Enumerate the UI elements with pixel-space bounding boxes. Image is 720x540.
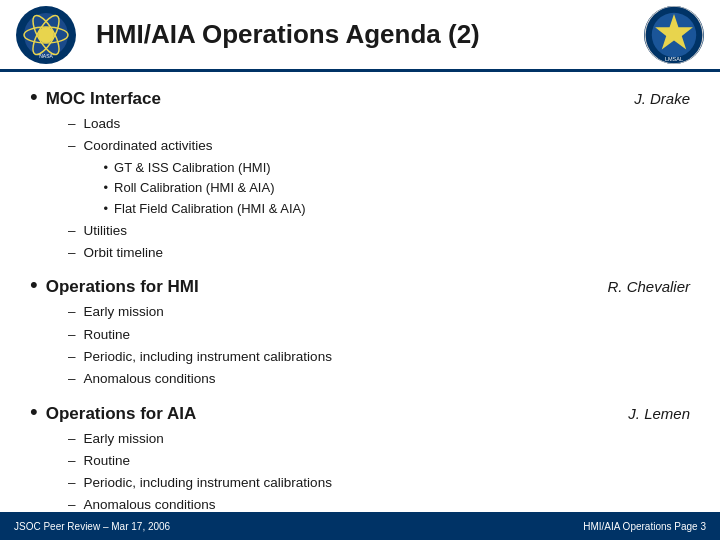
list-item: Coordinated activities GT & ISS Calibrat… (68, 135, 690, 220)
header: NASA HMI/AIA Operations Agenda (2) LMSAL (0, 0, 720, 72)
hmi-list: Early mission Routine Periodic, includin… (68, 301, 690, 390)
main-content: • MOC Interface J. Drake Loads Coordinat… (0, 72, 720, 522)
section-hmi-title: Operations for HMI (46, 277, 199, 297)
section-moc-header: • MOC Interface J. Drake (30, 86, 690, 109)
section-aia-person: J. Lemen (628, 405, 690, 422)
bullet-hmi: • (30, 274, 38, 296)
section-hmi-header: • Operations for HMI R. Chevalier (30, 274, 690, 297)
list-item: Periodic, including instrument calibrati… (68, 472, 690, 494)
logo-right: LMSAL (644, 6, 704, 64)
list-item: Anomalous conditions (68, 368, 690, 390)
bullet-moc: • (30, 86, 38, 108)
section-hmi-person: R. Chevalier (607, 278, 690, 295)
footer-right-text: HMI/AIA Operations Page 3 (583, 521, 706, 532)
section-moc: • MOC Interface J. Drake Loads Coordinat… (30, 86, 690, 264)
footer-left-text: JSOC Peer Review – Mar 17, 2006 (14, 521, 170, 532)
section-moc-title: MOC Interface (46, 89, 161, 109)
moc-list: Loads Coordinated activities GT & ISS Ca… (68, 113, 690, 264)
list-item: Routine (68, 324, 690, 346)
list-item: Flat Field Calibration (HMI & AIA) (104, 199, 306, 220)
list-item: Early mission (68, 301, 690, 323)
footer: JSOC Peer Review – Mar 17, 2006 HMI/AIA … (0, 512, 720, 540)
coordinated-subitems: GT & ISS Calibration (HMI) Roll Calibrat… (104, 158, 306, 220)
logo-left: NASA (16, 6, 76, 64)
section-aia: • Operations for AIA J. Lemen Early miss… (30, 401, 690, 517)
section-moc-person: J. Drake (634, 90, 690, 107)
list-item: Orbit timeline (68, 242, 690, 264)
page-title: HMI/AIA Operations Agenda (2) (76, 19, 644, 50)
list-item: Early mission (68, 428, 690, 450)
svg-text:NASA: NASA (39, 53, 53, 59)
list-item: Roll Calibration (HMI & AIA) (104, 178, 306, 199)
section-aia-header: • Operations for AIA J. Lemen (30, 401, 690, 424)
section-aia-title: Operations for AIA (46, 404, 197, 424)
list-item: GT & ISS Calibration (HMI) (104, 158, 306, 179)
list-item: Loads (68, 113, 690, 135)
list-item: Utilities (68, 220, 690, 242)
bullet-aia: • (30, 401, 38, 423)
list-item: Periodic, including instrument calibrati… (68, 346, 690, 368)
svg-text:LMSAL: LMSAL (665, 55, 683, 61)
list-item: Routine (68, 450, 690, 472)
section-hmi: • Operations for HMI R. Chevalier Early … (30, 274, 690, 390)
aia-list: Early mission Routine Periodic, includin… (68, 428, 690, 517)
